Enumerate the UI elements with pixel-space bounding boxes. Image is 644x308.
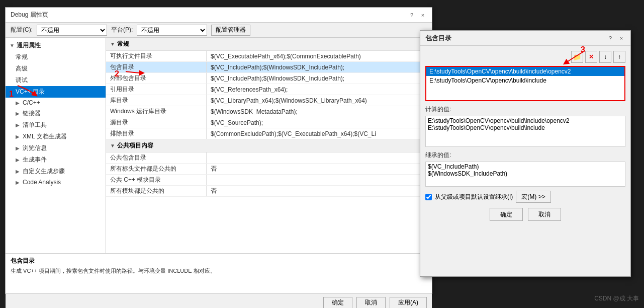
include-close-button[interactable]: × <box>617 34 625 42</box>
include-ok-button[interactable]: 确定 <box>490 208 523 221</box>
prop-row-include[interactable]: 包含目录 $(VC_IncludePath);$(WindowsSDK_Incl… <box>106 62 432 73</box>
prop-value-executable: $(VC_ExecutablePath_x64);$(CommonExecuta… <box>207 51 432 61</box>
tree-item-vc-dirs[interactable]: VC++ 目录 <box>6 86 106 98</box>
include-computed: E:\studyTools\OpenCV\opencv\build\includ… <box>425 116 625 147</box>
section-general-header[interactable]: ▼ 常规 <box>106 38 432 51</box>
prop-name-public-include: 公共包含目录 <box>106 152 207 163</box>
arrow-general-group: ▼ <box>10 43 15 48</box>
debug-help-button[interactable]: ? <box>408 11 416 19</box>
computed-value-1: E:\studyTools\OpenCV\opencv\build\includ… <box>428 124 623 131</box>
config-select[interactable]: 不适用 <box>37 25 107 36</box>
prop-row-executable[interactable]: 可执行文件目录 $(VC_ExecutablePath_x64);$(Commo… <box>106 51 432 62</box>
prop-value-source: $(VC_SourcePath); <box>207 117 432 128</box>
config-manager-button[interactable]: 配置管理器 <box>211 25 250 36</box>
section-public-header[interactable]: ▼ 公共项目内容 <box>106 139 432 152</box>
section-public-arrow: ▼ <box>110 143 115 148</box>
prop-value-winruntime: $(WindowsSDK_MetadataPath); <box>207 106 432 117</box>
delete-button[interactable]: ✕ <box>585 51 597 63</box>
include-list-item-1[interactable]: E:\studyTools\OpenCV\opencv\build\includ… <box>426 76 624 85</box>
debug-close-button[interactable]: × <box>419 11 427 19</box>
macro-button[interactable]: 宏(M) >> <box>516 191 550 203</box>
tree-item-code-analysis[interactable]: ▶ Code Analysis <box>6 177 106 187</box>
include-list: E:\studyTools\OpenCV\opencv\build\includ… <box>425 66 625 101</box>
debug-dialog-titlebar: Debug 属性页 ? × <box>6 8 432 23</box>
inherit-checkbox[interactable] <box>425 194 432 200</box>
prop-value-public-module <box>207 175 432 185</box>
prop-row-exclude[interactable]: 排除目录 $(CommonExcludePath);$(VC_Executabl… <box>106 128 432 139</box>
folder-icon: 📁 <box>573 53 581 61</box>
include-toolbar: 📁 ✕ ↓ ↑ <box>425 51 625 63</box>
prop-name-external-include: 外部包含目录 <box>106 73 207 84</box>
prop-row-reference[interactable]: 引用目录 $(VC_ReferencesPath_x64); <box>106 84 432 95</box>
debug-titlebar-buttons: ? × <box>408 11 427 19</box>
desc-panel: 包含目录 生成 VC++ 项目期间，搜索包含文件时使用的路径。与环境变量 INC… <box>6 253 432 293</box>
arrow-xml-gen: ▶ <box>16 134 21 139</box>
include-titlebar-buttons: ? × <box>606 34 625 42</box>
platform-select[interactable]: 不适用 <box>137 25 207 36</box>
prop-row-external-include[interactable]: 外部包含目录 $(VC_IncludePath);$(WindowsSDK_In… <box>106 73 432 84</box>
prop-value-library: $(VC_LibraryPath_x64);$(WindowsSDK_Libra… <box>207 95 432 106</box>
move-down-button[interactable]: ↓ <box>599 51 611 63</box>
add-folder-button[interactable]: 📁 <box>571 51 583 63</box>
prop-row-public-module[interactable]: 公共 C++ 模块目录 <box>106 175 432 186</box>
include-dialog: 包含目录 ? × 📁 ✕ ↓ ↑ <box>420 30 631 277</box>
prop-value-exclude: $(CommonExcludePath);$(VC_ExecutablePath… <box>207 128 432 139</box>
tree-item-advanced[interactable]: 高级 <box>6 63 106 74</box>
include-titlebar: 包含目录 ? × <box>420 31 630 46</box>
tree-item-cpp[interactable]: ▶ C/C++ <box>6 98 106 108</box>
tree-item-manifest[interactable]: ▶ 清单工具 <box>6 119 106 131</box>
prop-value-all-headers-public: 否 <box>207 164 432 174</box>
prop-name-exclude: 排除目录 <box>106 128 207 139</box>
include-footer: 确定 取消 <box>425 208 625 221</box>
prop-name-winruntime: Windows 运行库目录 <box>106 106 207 117</box>
main-content-area: ▼ 通用属性 常规 高级 调试 VC++ 目录 <box>6 38 432 253</box>
inherited-label: 继承的值: <box>425 151 625 160</box>
arrow-linker: ▶ <box>16 111 21 116</box>
prop-name-reference: 引用目录 <box>106 84 207 95</box>
prop-row-all-headers-public[interactable]: 所有标头文件都是公共的 否 <box>106 164 432 175</box>
right-panel: ▼ 常规 可执行文件目录 $(VC_ExecutablePath_x64);$(… <box>106 38 432 253</box>
prop-name-executable: 可执行文件目录 <box>106 51 207 61</box>
tree-item-debug[interactable]: 调试 <box>6 74 106 86</box>
arrow-up-icon: ↑ <box>618 53 621 60</box>
tree-item-general-group[interactable]: ▼ 通用属性 <box>6 40 106 51</box>
dialog-body-inner: ▼ 通用属性 常规 高级 调试 VC++ 目录 <box>6 38 432 293</box>
tree-item-custom-build[interactable]: ▶ 自定义生成步骤 <box>6 166 106 177</box>
computed-value-0: E:\studyTools\OpenCV\opencv\build\includ… <box>428 117 623 124</box>
inherit-label: 从父级或项目默认设置继承(I) <box>435 193 513 201</box>
prop-row-source[interactable]: 源目录 $(VC_SourcePath); <box>106 117 432 128</box>
prop-value-external-include: $(VC_IncludePath);$(WindowsSDK_IncludePa… <box>207 73 432 84</box>
prop-name-library: 库目录 <box>106 95 207 106</box>
debug-dialog: Debug 属性页 ? × 配置(C): 不适用 平台(P): 不适用 配置管理… <box>5 7 432 294</box>
include-inherited: $(VC_IncludePath) $(WindowsSDK_IncludePa… <box>425 162 625 187</box>
config-label: 配置(C): <box>11 26 33 34</box>
include-cancel-button[interactable]: 取消 <box>528 208 561 221</box>
prop-row-all-modules-public[interactable]: 所有模块都是公共的 否 <box>106 186 432 197</box>
tree-item-build-events[interactable]: ▶ 生成事件 <box>6 154 106 166</box>
arrow-browse: ▶ <box>16 145 21 151</box>
debug-dialog-title: Debug 属性页 <box>11 11 48 19</box>
apply-button[interactable]: 应用(A) <box>390 297 427 309</box>
tree-item-linker[interactable]: ▶ 链接器 <box>6 108 106 119</box>
cancel-button[interactable]: 取消 <box>356 297 386 309</box>
prop-value-public-include <box>207 152 432 163</box>
tree-item-xml-gen[interactable]: ▶ XML 文档生成器 <box>6 131 106 142</box>
prop-row-library[interactable]: 库目录 $(VC_LibraryPath_x64);$(WindowsSDK_L… <box>106 95 432 106</box>
ok-button[interactable]: 确定 <box>323 297 352 309</box>
prop-row-winruntime[interactable]: Windows 运行库目录 $(WindowsSDK_MetadataPath)… <box>106 106 432 117</box>
tree-item-general[interactable]: 常规 <box>6 51 106 63</box>
arrow-manifest: ▶ <box>16 122 21 128</box>
move-up-button[interactable]: ↑ <box>613 51 625 63</box>
section-general-arrow: ▼ <box>110 41 115 47</box>
left-panel: ▼ 通用属性 常规 高级 调试 VC++ 目录 <box>6 38 106 253</box>
prop-value-reference: $(VC_ReferencesPath_x64); <box>207 84 432 95</box>
prop-name-all-headers-public: 所有标头文件都是公共的 <box>106 164 207 174</box>
include-help-button[interactable]: ? <box>606 34 614 42</box>
arrow-code-analysis: ▶ <box>16 180 21 185</box>
tree-item-browse[interactable]: ▶ 浏览信息 <box>6 142 106 154</box>
include-list-item-0[interactable]: E:\studyTools\OpenCV\opencv\build\includ… <box>426 67 624 76</box>
delete-icon: ✕ <box>589 53 594 60</box>
prop-row-public-include[interactable]: 公共包含目录 <box>106 152 432 164</box>
platform-label: 平台(P): <box>111 26 133 34</box>
prop-value-include: $(VC_IncludePath);$(WindowsSDK_IncludePa… <box>207 62 432 72</box>
